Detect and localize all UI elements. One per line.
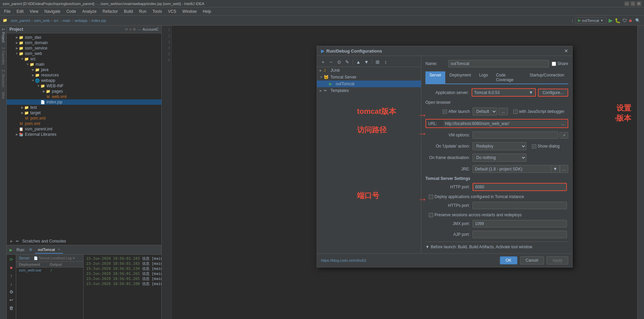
tree-item-external-libraries[interactable]: ▶ 📚 External Libraries — [7, 132, 161, 137]
config-tree-tomcat[interactable]: ▼ 🐱 Tomcat Server — [317, 74, 421, 81]
copy-config-button[interactable]: ⊙ — [336, 59, 343, 65]
http-port-input[interactable] — [473, 183, 567, 191]
tree-item-webinf[interactable]: ▼ 📁 WEB-INF — [7, 83, 161, 89]
group-button[interactable]: ⊞ — [374, 59, 381, 65]
menu-analyze[interactable]: Analyze — [79, 8, 99, 14]
tree-item-ssm-dao[interactable]: ▶ 📁 ssm_dao — [7, 35, 161, 40]
run-button[interactable]: ▶ — [609, 17, 613, 24]
web-sidebar-label[interactable]: Web — [1, 91, 6, 100]
config-tree-outtomcat[interactable]: ▶ ▶ outTomcat — [317, 81, 421, 87]
jre-more-button[interactable]: ... — [560, 165, 568, 173]
tree-item-src[interactable]: ▼ 📁 src — [7, 56, 161, 62]
help-link[interactable]: https://blog.csdn.net/xtho62 — [321, 258, 366, 262]
project-sidebar-label[interactable]: 1: Project — [1, 27, 6, 44]
sync-action[interactable]: ⟳ — [125, 27, 128, 32]
tree-item-pomxml-root[interactable]: ▶ M pom.xml — [7, 121, 161, 126]
soft-wrap-button[interactable]: ↩ — [8, 296, 15, 303]
breadcrumb-ssm-parent[interactable]: ssm_parent — [11, 19, 30, 23]
stop-run-button[interactable]: ■ — [8, 264, 15, 271]
configure-button[interactable]: Configure... — [538, 89, 568, 97]
move-down-button[interactable]: ▼ — [363, 59, 370, 65]
tree-item-ssm-web[interactable]: ▼ 📁 ssm_web — [7, 51, 161, 56]
config-tree-templates[interactable]: ▶ ✂ Templates — [317, 87, 421, 94]
breadcrumb-webapp[interactable]: webapp — [74, 19, 88, 23]
collapse-action[interactable]: ≡ — [129, 27, 131, 32]
breadcrumb-ssm-web[interactable]: ssm_web — [34, 19, 50, 23]
menu-window[interactable]: Window — [180, 8, 199, 14]
sort-button[interactable]: ↕ — [382, 59, 389, 65]
tree-item-ssm-service[interactable]: ▶ 📁 ssm_service — [7, 45, 161, 51]
tree-item-pomxml-child[interactable]: ▶ M pom.xml — [7, 116, 161, 121]
edit-config-button[interactable]: ✎ — [344, 59, 351, 65]
tab-run-outtomcat[interactable]: outTomcat ✕ — [35, 246, 63, 254]
app-server-input[interactable] — [472, 89, 527, 96]
tree-item-main[interactable]: ▼ 📁 main — [7, 62, 161, 67]
server-tab[interactable]: Server — [19, 256, 30, 260]
add-config-button[interactable]: + — [320, 59, 326, 65]
update-action-select[interactable]: Redeploy — [473, 142, 526, 150]
tree-item-indexjsp[interactable]: ▶ 📄 index.jsp — [7, 99, 161, 105]
dialog-close-button[interactable]: ✕ — [564, 48, 568, 54]
maximize-button[interactable]: □ — [631, 1, 635, 6]
tree-item-resources[interactable]: ▶ 📁 resources — [7, 72, 161, 78]
tab-server[interactable]: Server — [425, 71, 445, 84]
menu-refactor[interactable]: Refactor — [100, 8, 121, 14]
show-dialog-checkbox[interactable] — [532, 144, 536, 149]
tree-item-test[interactable]: ▶ 📁 test — [7, 105, 161, 110]
breadcrumb-src[interactable]: src — [54, 19, 59, 23]
tab-code-coverage[interactable]: Code Coverage — [492, 71, 525, 84]
tree-item-java[interactable]: ▶ 📁 java — [7, 67, 161, 72]
frame-deactivation-select[interactable]: Do nothing — [473, 154, 526, 162]
js-debugger-checkbox[interactable] — [513, 109, 518, 114]
search-everywhere-button[interactable]: 🔍 — [634, 17, 641, 24]
tree-item-webxml[interactable]: ▶ M web.xml — [7, 94, 161, 99]
jre-dropdown[interactable]: ▼ — [551, 165, 560, 173]
structure-sidebar-label[interactable]: Z: Structure — [1, 68, 6, 89]
cancel-button[interactable]: Cancel — [520, 256, 544, 264]
browser-more-button[interactable]: ... — [498, 108, 508, 115]
settings-action[interactable]: ⚙ — [133, 27, 136, 32]
config-name-input[interactable] — [448, 60, 549, 67]
menu-vcs[interactable]: VCS — [165, 8, 179, 14]
tab-startup-connection[interactable]: Startup/Connection — [525, 71, 568, 84]
clear-button[interactable]: 🗑 — [8, 305, 15, 311]
close-button[interactable]: ✕ — [637, 1, 641, 6]
tree-item-ssm-parent-iml[interactable]: ▶ 📋 ssm_parent.iml — [7, 126, 161, 132]
deploy-apps-checkbox[interactable] — [429, 195, 433, 199]
stop-button[interactable]: ■ — [629, 18, 632, 23]
menu-view[interactable]: View — [27, 8, 41, 14]
remove-config-button[interactable]: − — [328, 59, 334, 65]
app-server-dropdown[interactable]: ▼ — [527, 89, 535, 96]
table-row[interactable]: ssm_web:war ✓ — [16, 267, 83, 273]
scratches-item[interactable]: ▶ ✏ Scratches and Consoles — [7, 237, 161, 245]
debug-button[interactable]: 🐛 — [615, 18, 620, 23]
coverage-button[interactable]: 🛡 — [622, 18, 627, 23]
share-check[interactable] — [552, 62, 556, 66]
vm-options-expand[interactable]: ↗ — [559, 132, 568, 138]
ajp-port-input[interactable] — [473, 231, 567, 238]
apply-button[interactable]: Apply — [547, 256, 568, 264]
config-tree-junit[interactable]: ▶ J JUnit — [317, 67, 421, 74]
tomcat-localhost-tab[interactable]: 📄 Tomcat Localhost Log ✕ — [34, 256, 75, 260]
minimize-panel-action[interactable]: — — [137, 27, 141, 32]
run-config-selector[interactable]: ▶ outTomcat ▼ — [575, 17, 607, 24]
menu-help[interactable]: Help — [200, 8, 214, 14]
url-input[interactable] — [444, 121, 559, 127]
tab-logs[interactable]: Logs — [475, 71, 492, 84]
tree-item-target[interactable]: ▶ 📁 target — [7, 110, 161, 116]
menu-build[interactable]: Build — [121, 8, 136, 14]
jmx-port-input[interactable] — [473, 220, 567, 227]
vm-options-input[interactable] — [473, 131, 558, 139]
url-more-button[interactable]: ... — [559, 120, 567, 127]
account-label[interactable]: AccountC — [142, 27, 159, 32]
breadcrumb-index-jsp[interactable]: index.jsp — [91, 19, 106, 23]
restart-button[interactable]: ⟳ — [8, 256, 15, 263]
tab-deployment[interactable]: Deployment — [445, 71, 475, 84]
tab-close-outtomcat[interactable]: ✕ — [58, 248, 60, 251]
tree-item-ssm-domain[interactable]: ▶ 📁 ssm_domain — [7, 40, 161, 45]
before-launch-title[interactable]: ▼ Before launch: Build, Build Artifacts,… — [425, 245, 568, 249]
after-launch-checkbox[interactable] — [443, 109, 447, 114]
tree-item-pages[interactable]: ▶ 📁 pages — [7, 89, 161, 94]
scroll-down-button[interactable]: ↓ — [8, 280, 15, 287]
breadcrumb-main[interactable]: main — [63, 19, 71, 23]
